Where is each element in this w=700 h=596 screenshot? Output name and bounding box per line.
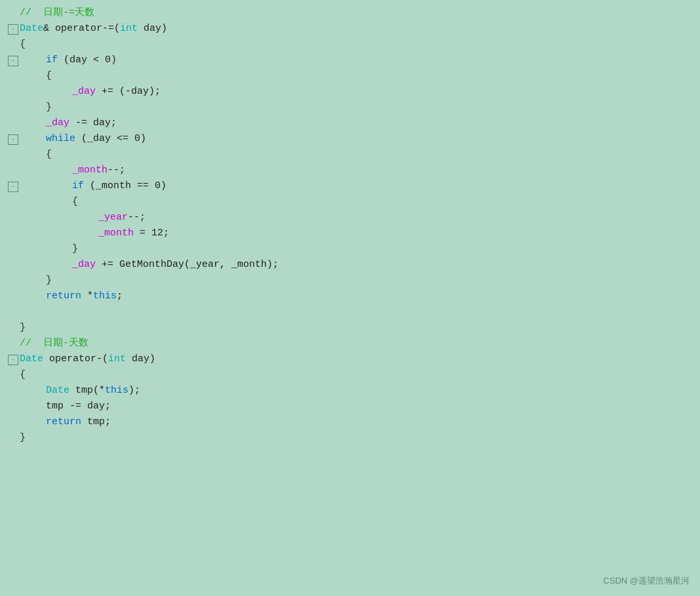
kw-token: if [72, 180, 84, 191]
plain-token: (_day <= 0) [75, 133, 146, 144]
punct-token: } [46, 275, 52, 286]
code-line: Date tmp(*this); [0, 383, 700, 399]
code-line: } [0, 100, 700, 115]
code-line: _month = 12; [0, 226, 700, 241]
line-content: { [20, 194, 700, 210]
this-kw-token: this [93, 290, 117, 302]
var-token: _day [72, 86, 96, 97]
line-content: if (day < 0) [20, 52, 700, 68]
code-line: -Date& operator-=(int day) [0, 21, 700, 37]
code-line: _year--; [0, 210, 700, 226]
line-content: _month--; [20, 163, 700, 178]
line-content: // 日期-天数 [20, 336, 700, 351]
plain-token: operator [49, 353, 96, 365]
plain-token: -=( [102, 23, 120, 34]
code-line: { [0, 194, 700, 210]
line-content: } [20, 241, 700, 257]
plain-token: & [43, 23, 55, 34]
code-line: return tmp; [0, 414, 700, 430]
code-line: return *this; [0, 288, 700, 304]
punct-token: } [20, 432, 26, 443]
fold-gutter[interactable]: - [7, 355, 20, 365]
var-token: _month [72, 165, 107, 176]
code-line: tmp -= day; [0, 399, 700, 414]
code-line: _day += (-day); [0, 84, 700, 100]
comment-token: // 日期-=天数 [20, 7, 94, 18]
punct-token: } [72, 243, 78, 254]
kw-token: while [46, 133, 75, 144]
code-line [0, 304, 700, 320]
line-content: } [20, 100, 700, 115]
punct-token: } [20, 322, 26, 333]
line-content: // 日期-=天数 [20, 5, 700, 21]
plain-token [43, 353, 49, 365]
plain-token: (day < 0) [58, 54, 117, 66]
line-content: Date& operator-=(int day) [20, 21, 700, 37]
plain-token: --; [107, 165, 125, 176]
code-line: -while (_day <= 0) [0, 131, 700, 147]
line-content: return tmp; [20, 414, 700, 430]
code-line: } [0, 273, 700, 288]
code-line: -if (_month == 0) [0, 178, 700, 194]
kw-token: if [46, 54, 58, 66]
type-token: Date [46, 385, 69, 396]
line-content: { [20, 68, 700, 84]
fold-marker[interactable]: - [8, 24, 18, 35]
plain-token: --; [128, 212, 146, 223]
kw-token: return [46, 290, 81, 302]
code-line: _day += GetMonthDay(_year, _month); [0, 257, 700, 273]
fold-marker[interactable]: - [8, 134, 18, 145]
plain-token: ); [128, 385, 140, 396]
punct-token: } [46, 102, 52, 113]
code-line: { [0, 367, 700, 383]
line-content: { [20, 367, 700, 383]
code-line: { [0, 68, 700, 84]
type-token: int [120, 23, 138, 34]
punct-token: { [20, 39, 26, 50]
plain-token: -( [96, 353, 108, 365]
line-content: tmp -= day; [20, 399, 700, 414]
fold-gutter[interactable]: - [7, 24, 20, 35]
type-token: Date [20, 23, 43, 34]
code-line: -Date operator-(int day) [0, 351, 700, 367]
type-token: int [108, 353, 126, 365]
plain-token: tmp; [81, 416, 111, 427]
plain-token: tmp -= day; [46, 401, 111, 412]
var-token: _day [72, 259, 96, 270]
line-content: _day -= day; [20, 115, 700, 131]
watermark: CSDN @遥望浩瀚星河 [603, 574, 690, 588]
line-content: _day += (-day); [20, 84, 700, 100]
code-line: { [0, 37, 700, 52]
line-content: } [20, 320, 700, 336]
line-content: } [20, 273, 700, 288]
code-line: // 日期-天数 [0, 336, 700, 351]
fold-marker[interactable]: - [8, 56, 18, 66]
code-line: } [0, 241, 700, 257]
fold-gutter[interactable]: - [7, 56, 20, 66]
plain-token: += (-day); [96, 86, 161, 97]
line-content: _year--; [20, 210, 700, 226]
code-container: // 日期-=天数-Date& operator-=(int day){-if … [0, 0, 700, 596]
punct-token: { [20, 369, 26, 380]
plain-token: (_month == 0) [84, 180, 166, 191]
code-line: // 日期-=天数 [0, 5, 700, 21]
fold-gutter[interactable]: - [7, 134, 20, 145]
plain-token: * [81, 290, 93, 302]
line-content: { [20, 37, 700, 52]
plain-token: tmp(* [69, 385, 105, 396]
punct-token: { [72, 196, 78, 207]
fold-marker[interactable]: - [8, 182, 18, 192]
punct-token: { [46, 70, 52, 81]
line-content: _month = 12; [20, 226, 700, 241]
code-line: { [0, 147, 700, 163]
line-content: return *this; [20, 288, 700, 304]
fold-gutter[interactable]: - [7, 182, 20, 192]
code-lines: // 日期-=天数-Date& operator-=(int day){-if … [0, 5, 700, 446]
kw-token: return [46, 416, 81, 427]
line-content [20, 304, 700, 320]
plain-token: += GetMonthDay(_year, _month); [96, 259, 279, 270]
line-content: } [20, 430, 700, 446]
line-content: { [20, 147, 700, 163]
punct-token: { [46, 149, 52, 160]
fold-marker[interactable]: - [8, 355, 18, 365]
